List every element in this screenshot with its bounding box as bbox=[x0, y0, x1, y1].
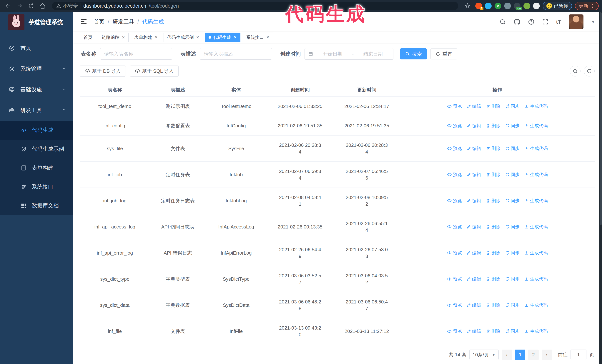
sidebar-item-表单构建[interactable]: 表单构建 bbox=[0, 158, 73, 177]
sidebar-item-研发工具[interactable]: 研发工具 bbox=[0, 100, 73, 121]
同步-action-link[interactable]: 同步 bbox=[505, 197, 520, 204]
编辑-action-link[interactable]: 编辑 bbox=[467, 171, 481, 178]
删除-action-link[interactable]: 删除 bbox=[486, 197, 500, 204]
chrome-menu-icon[interactable]: ⋮ bbox=[590, 3, 595, 9]
toggle-search-button[interactable] bbox=[570, 66, 580, 76]
删除-action-link[interactable]: 删除 bbox=[486, 122, 500, 129]
同步-action-link[interactable]: 同步 bbox=[505, 103, 520, 110]
编辑-action-link[interactable]: 编辑 bbox=[467, 302, 481, 308]
table-name-input[interactable] bbox=[100, 48, 172, 60]
预览-action-link[interactable]: 预览 bbox=[447, 103, 462, 110]
sidebar-item-首页[interactable]: 首页 bbox=[0, 38, 73, 59]
goto-page-input[interactable] bbox=[570, 350, 586, 360]
生成代码-action-link[interactable]: 生成代码 bbox=[524, 276, 548, 282]
编辑-action-link[interactable]: 编辑 bbox=[467, 250, 481, 256]
tab-链路追踪[interactable]: 链路追踪 ✕ bbox=[98, 32, 129, 42]
生成代码-action-link[interactable]: 生成代码 bbox=[524, 302, 548, 308]
预览-action-link[interactable]: 预览 bbox=[447, 122, 462, 129]
tab-首页[interactable]: 首页 bbox=[80, 32, 96, 42]
breadcrumb-item-研发工具[interactable]: 研发工具 bbox=[113, 18, 134, 26]
close-icon[interactable]: ✕ bbox=[196, 35, 199, 40]
sidebar-item-系统接口[interactable]: 系统接口 bbox=[0, 177, 73, 196]
next-page-button[interactable]: › bbox=[542, 350, 552, 360]
font-size-icon[interactable]: tT bbox=[556, 19, 561, 25]
tab-代码生成[interactable]: 代码生成 ✕ bbox=[205, 32, 240, 42]
tab-代码生成示例[interactable]: 代码生成示例 ✕ bbox=[163, 32, 203, 42]
sidebar-item-代码生成[interactable]: 代码生成 bbox=[0, 121, 73, 140]
date-range-picker[interactable]: 开始日期 - 结束日期 bbox=[304, 48, 393, 60]
生成代码-action-link[interactable]: 生成代码 bbox=[524, 328, 548, 334]
frog-extension-icon[interactable] bbox=[524, 3, 530, 9]
page-button-2[interactable]: 2 bbox=[528, 350, 539, 360]
green-v-extension-icon[interactable]: V bbox=[494, 3, 501, 9]
security-warning[interactable]: 不安全 bbox=[56, 3, 78, 9]
import-sql-button[interactable]: 基于 SQL 导入 bbox=[130, 65, 179, 77]
tab-表单构建[interactable]: 表单构建 ✕ bbox=[131, 32, 161, 42]
编辑-action-link[interactable]: 编辑 bbox=[467, 122, 481, 129]
bookmark-star-icon[interactable] bbox=[463, 1, 472, 11]
paused-extension-pill[interactable]: 已暂停 bbox=[543, 2, 572, 10]
同步-action-link[interactable]: 同步 bbox=[505, 250, 520, 256]
预览-action-link[interactable]: 预览 bbox=[447, 302, 462, 308]
生成代码-action-link[interactable]: 生成代码 bbox=[524, 145, 548, 152]
scrollbar-thumb[interactable] bbox=[600, 12, 602, 225]
删除-action-link[interactable]: 删除 bbox=[486, 223, 500, 230]
编辑-action-link[interactable]: 编辑 bbox=[467, 276, 481, 282]
refresh-table-button[interactable] bbox=[584, 66, 595, 76]
chrome-update-button[interactable]: 更新 ⋮ bbox=[575, 2, 599, 10]
删除-action-link[interactable]: 删除 bbox=[486, 171, 500, 178]
logo-row[interactable]: 芋道管理系统 bbox=[0, 12, 73, 32]
search-icon[interactable] bbox=[499, 19, 506, 25]
puzzle-extension-icon[interactable] bbox=[533, 3, 540, 9]
删除-action-link[interactable]: 删除 bbox=[486, 250, 500, 256]
page-size-select[interactable]: 10条/页 ▼ bbox=[469, 350, 499, 360]
编辑-action-link[interactable]: 编辑 bbox=[467, 328, 481, 334]
sidebar-item-基础设施[interactable]: 基础设施 bbox=[0, 79, 73, 100]
blue-gem-extension-icon[interactable] bbox=[485, 3, 492, 9]
chevron-down-icon[interactable]: ▼ bbox=[591, 19, 595, 24]
同步-action-link[interactable]: 同步 bbox=[505, 302, 520, 308]
编辑-action-link[interactable]: 编辑 bbox=[467, 197, 481, 204]
生成代码-action-link[interactable]: 生成代码 bbox=[524, 122, 548, 129]
生成代码-action-link[interactable]: 生成代码 bbox=[524, 103, 548, 110]
预览-action-link[interactable]: 预览 bbox=[447, 197, 462, 204]
close-icon[interactable]: ✕ bbox=[154, 35, 158, 40]
back-icon[interactable] bbox=[3, 1, 13, 11]
编辑-action-link[interactable]: 编辑 bbox=[467, 103, 481, 110]
删除-action-link[interactable]: 删除 bbox=[486, 145, 500, 152]
删除-action-link[interactable]: 删除 bbox=[486, 302, 500, 308]
home-icon[interactable] bbox=[38, 1, 47, 11]
table-desc-input[interactable] bbox=[200, 48, 272, 60]
同步-action-link[interactable]: 同步 bbox=[505, 122, 520, 129]
sidebar-item-代码生成示例[interactable]: 代码生成示例 bbox=[0, 140, 73, 158]
import-db-button[interactable]: 基于 DB 导入 bbox=[80, 65, 126, 77]
github-icon[interactable] bbox=[514, 18, 520, 25]
预览-action-link[interactable]: 预览 bbox=[447, 171, 462, 178]
fullscreen-icon[interactable] bbox=[542, 19, 549, 25]
gray-drop-extension-icon[interactable] bbox=[504, 3, 511, 9]
生成代码-action-link[interactable]: 生成代码 bbox=[524, 223, 548, 230]
reset-button[interactable]: 重置 bbox=[430, 48, 457, 59]
help-icon[interactable] bbox=[528, 19, 535, 25]
sidebar-item-系统管理[interactable]: 系统管理 bbox=[0, 59, 73, 79]
url-bar[interactable]: 不安全 dashboard.yudao.iocoder.cn/tool/code… bbox=[52, 2, 458, 10]
window-scrollbar[interactable] bbox=[599, 12, 602, 364]
sidebar-item-数据库文档[interactable]: 数据库文档 bbox=[0, 196, 73, 215]
page-button-1[interactable]: 1 bbox=[515, 350, 525, 360]
close-icon[interactable]: ✕ bbox=[266, 35, 269, 40]
编辑-action-link[interactable]: 编辑 bbox=[467, 145, 481, 152]
生成代码-action-link[interactable]: 生成代码 bbox=[524, 250, 548, 256]
预览-action-link[interactable]: 预览 bbox=[447, 223, 462, 230]
forward-icon[interactable] bbox=[15, 1, 24, 11]
tab-系统接口[interactable]: 系统接口 ✕ bbox=[243, 32, 273, 42]
生成代码-action-link[interactable]: 生成代码 bbox=[524, 197, 548, 204]
on-extension-icon[interactable]: on bbox=[514, 3, 520, 9]
orange-extension-icon[interactable]: 1 bbox=[475, 3, 482, 9]
同步-action-link[interactable]: 同步 bbox=[505, 276, 520, 282]
预览-action-link[interactable]: 预览 bbox=[447, 328, 462, 334]
生成代码-action-link[interactable]: 生成代码 bbox=[524, 171, 548, 178]
同步-action-link[interactable]: 同步 bbox=[505, 145, 520, 152]
删除-action-link[interactable]: 删除 bbox=[486, 103, 500, 110]
删除-action-link[interactable]: 删除 bbox=[486, 276, 500, 282]
hamburger-icon[interactable] bbox=[80, 18, 87, 26]
